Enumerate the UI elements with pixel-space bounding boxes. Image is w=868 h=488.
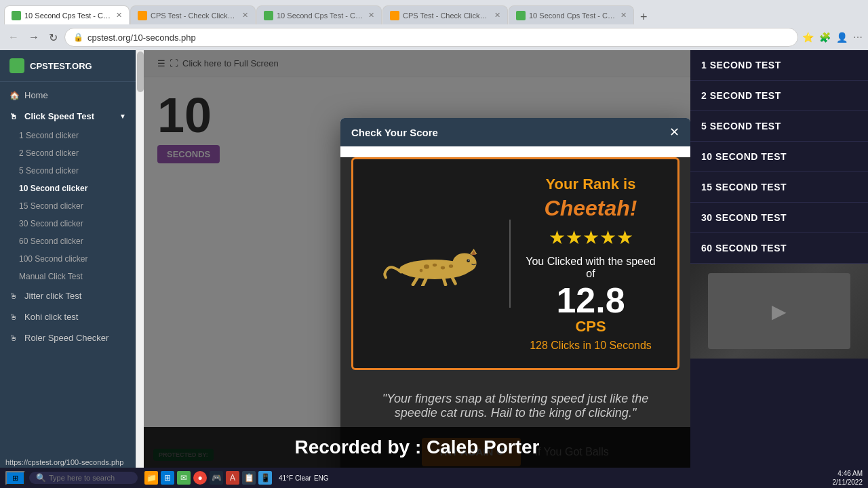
sidebar-scrollbar[interactable] bbox=[136, 50, 144, 488]
tab-5-close[interactable]: ✕ bbox=[620, 11, 627, 20]
url-bar[interactable]: 🔒 cpstest.org/10-seconds.php bbox=[64, 28, 798, 47]
tab-3[interactable]: 10 Second Cps Test - Checks Cl... ✕ bbox=[256, 5, 382, 24]
submenu-100second[interactable]: 100 Second clicker bbox=[9, 250, 136, 268]
sidebar-item-click-speed[interactable]: 🖱 Click Speed Test ▼ bbox=[0, 106, 136, 127]
weather-display: 41°F Clear bbox=[279, 474, 311, 482]
tab-4[interactable]: CPS Test - Check Clicks per Sec... ✕ bbox=[382, 5, 508, 24]
result-box: Your Rank is Cheetah! ★★★★★ You Clicked … bbox=[351, 157, 679, 370]
taskbar-app2-icon[interactable]: 📋 bbox=[242, 471, 256, 485]
refresh-button[interactable]: ↻ bbox=[46, 30, 60, 45]
submenu-1second[interactable]: 1 Second clicker bbox=[9, 127, 136, 144]
tab-2[interactable]: CPS Test - Check Clicks per Sec... ✕ bbox=[130, 5, 256, 24]
page-body: CPSTEST.ORG 🏠 Home 🖱 Click Speed Test ▼ … bbox=[0, 50, 868, 488]
tab-5[interactable]: 10 Second Cps Test - Checks Cl... ✕ bbox=[509, 5, 634, 24]
taskbar-clock: 4:46 AM 2/11/2022 bbox=[833, 469, 863, 487]
submenu-2second-label: 2 Second clicker bbox=[19, 148, 79, 158]
tab-4-label: CPS Test - Check Clicks per Sec... bbox=[403, 12, 490, 20]
sidebar-item-kohi[interactable]: 🖱 Kohi click test bbox=[0, 306, 136, 327]
logo-icon bbox=[9, 58, 24, 73]
sidebar-item-roler[interactable]: 🖱 Roler Speed Checker bbox=[0, 327, 136, 348]
extension-icon[interactable]: 🧩 bbox=[819, 32, 831, 43]
sidebar: CPSTEST.ORG 🏠 Home 🖱 Click Speed Test ▼ … bbox=[0, 50, 136, 488]
submenu-15second-label: 15 Second clicker bbox=[19, 201, 83, 211]
svg-point-5 bbox=[469, 260, 470, 261]
taskbar-mail-icon[interactable]: ✉ bbox=[177, 471, 191, 485]
start-button[interactable]: ⊞ bbox=[5, 471, 25, 485]
modal-close-button[interactable]: ✕ bbox=[669, 126, 679, 138]
tab-3-close[interactable]: ✕ bbox=[368, 11, 374, 20]
tab-1-label: 10 Second Cps Test - Checks Cl... bbox=[24, 12, 112, 20]
submenu-manual[interactable]: Manual Click Test bbox=[9, 268, 136, 285]
profile-icon[interactable]: 👤 bbox=[836, 32, 848, 43]
tab-5-label: 10 Second Cps Test - Checks Cl... bbox=[529, 12, 616, 20]
result-info: Your Rank is Cheetah! ★★★★★ You Clicked … bbox=[524, 176, 657, 352]
sidebar-section: 🏠 Home 🖱 Click Speed Test ▼ 1 Second cli… bbox=[0, 82, 136, 351]
tab-favicon-2 bbox=[138, 11, 147, 20]
submenu-5second[interactable]: 5 Second clicker bbox=[9, 162, 136, 180]
kohi-icon: 🖱 bbox=[9, 312, 19, 322]
right-sidebar-10second[interactable]: 10 SECOND TEST bbox=[690, 142, 868, 172]
submenu-10second-label: 10 Second clicker bbox=[19, 184, 87, 193]
scroll-thumb[interactable] bbox=[137, 52, 144, 92]
taskbar-files-icon[interactable]: 📁 bbox=[144, 471, 158, 485]
tab-2-label: CPS Test - Check Clicks per Sec... bbox=[151, 12, 238, 20]
submenu-60second-label: 60 Second clicker bbox=[19, 237, 83, 246]
svg-point-4 bbox=[467, 259, 470, 262]
submenu-60second[interactable]: 60 Second clicker bbox=[9, 232, 136, 250]
status-url: https://cpstest.org/100-seconds.php bbox=[0, 457, 129, 468]
right-sidebar-5second[interactable]: 5 SECOND TEST bbox=[690, 111, 868, 142]
toolbar-icons: ⭐ 🧩 👤 ⋯ bbox=[802, 32, 863, 43]
sidebar-item-jitter[interactable]: 🖱 Jitter click Test bbox=[0, 285, 136, 306]
taskbar-app1-icon[interactable]: A bbox=[226, 471, 239, 485]
modal-quote: "Your fingers snap at blistering speed j… bbox=[340, 381, 690, 431]
taskbar-steam-icon[interactable]: 🎮 bbox=[210, 471, 223, 485]
right-sidebar-15second[interactable]: 15 SECOND TEST bbox=[690, 172, 868, 203]
tab-4-close[interactable]: ✕ bbox=[494, 11, 500, 20]
modal-overlay: Check Your Score ✕ bbox=[144, 50, 690, 488]
sidebar-item-jitter-label: Jitter click Test bbox=[24, 291, 81, 301]
home-icon: 🏠 bbox=[9, 91, 19, 100]
submenu-30second-label: 30 Second clicker bbox=[19, 219, 83, 228]
cheetah-visual bbox=[374, 242, 496, 286]
tab-1-close[interactable]: ✕ bbox=[116, 11, 122, 20]
taskbar-system: 41°F Clear ENG bbox=[279, 474, 329, 482]
svg-point-10 bbox=[449, 264, 453, 268]
result-divider bbox=[509, 220, 511, 308]
sidebar-item-home[interactable]: 🏠 Home bbox=[0, 85, 136, 106]
taskbar: ⊞ 🔍 📁 ⊞ ✉ ● 🎮 A 📋 📱 41°F Clear ENG 4:46 … bbox=[0, 468, 868, 488]
sidebar-item-click-speed-label: Click Speed Test bbox=[24, 111, 94, 121]
right-sidebar-1second[interactable]: 1 SECOND TEST bbox=[690, 50, 868, 81]
taskbar-app3-icon[interactable]: 📱 bbox=[258, 471, 272, 485]
submenu-10second[interactable]: 10 Second clicker bbox=[9, 180, 136, 197]
taskbar-search-input[interactable] bbox=[49, 474, 130, 482]
back-button[interactable]: ← bbox=[5, 30, 22, 45]
clicks-info: 128 Clicks in 10 Seconds bbox=[524, 340, 657, 352]
submenu-15second[interactable]: 15 Second clicker bbox=[9, 197, 136, 215]
tab-1[interactable]: 10 Second Cps Test - Checks Cl... ✕ bbox=[4, 5, 130, 24]
cps-label: CPS bbox=[524, 318, 657, 336]
submenu-30second[interactable]: 30 Second clicker bbox=[9, 215, 136, 232]
sidebar-logo: CPSTEST.ORG bbox=[0, 50, 136, 82]
forward-button[interactable]: → bbox=[26, 30, 42, 45]
taskbar-search[interactable]: 🔍 bbox=[29, 472, 138, 484]
sidebar-submenu: 1 Second clicker 2 Second clicker 5 Seco… bbox=[0, 127, 136, 285]
submenu-2second[interactable]: 2 Second clicker bbox=[9, 144, 136, 162]
right-sidebar-2second[interactable]: 2 SECOND TEST bbox=[690, 81, 868, 111]
lang-display: ENG bbox=[314, 474, 329, 482]
svg-line-12 bbox=[422, 277, 427, 285]
rank-name: Cheetah! bbox=[524, 196, 657, 221]
taskbar-chrome-icon[interactable]: ● bbox=[193, 471, 207, 485]
taskbar-windows-icon[interactable]: ⊞ bbox=[161, 471, 174, 485]
new-tab-button[interactable]: + bbox=[635, 10, 653, 24]
tab-2-close[interactable]: ✕ bbox=[242, 11, 248, 20]
right-sidebar-30second[interactable]: 30 SECOND TEST bbox=[690, 203, 868, 233]
cheetah-icon bbox=[380, 242, 489, 286]
date-display: 2/11/2022 bbox=[833, 478, 863, 487]
bookmark-icon[interactable]: ⭐ bbox=[802, 32, 814, 43]
time-display: 4:46 AM bbox=[833, 469, 863, 478]
main-content: ☰ ⛶ Click here to Full Screen 10 SECONDS… bbox=[144, 50, 690, 488]
jitter-icon: 🖱 bbox=[9, 291, 19, 301]
settings-icon[interactable]: ⋯ bbox=[853, 32, 863, 43]
right-sidebar-60second[interactable]: 60 SECOND TEST bbox=[690, 233, 868, 264]
submenu-1second-label: 1 Second clicker bbox=[19, 131, 79, 140]
